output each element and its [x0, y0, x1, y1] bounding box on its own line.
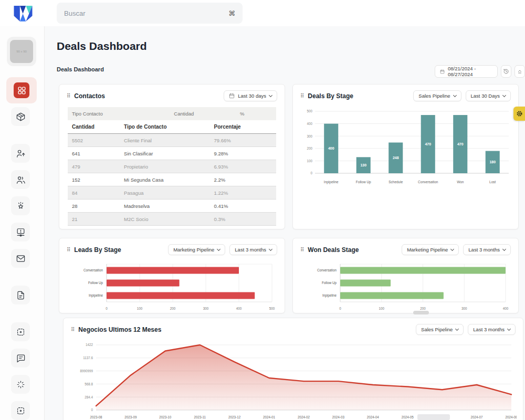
negocios-period-dropdown[interactable]: Last 3 months — [468, 324, 516, 335]
svg-text:470: 470 — [425, 142, 431, 146]
sidebar: 90 x 90 — [0, 26, 45, 420]
user-plus-icon — [16, 149, 26, 159]
won-pipeline-dropdown[interactable]: Marketing Pipeline — [402, 244, 459, 255]
svg-text:2024-02: 2024-02 — [298, 415, 310, 419]
sidebar-item-document[interactable] — [11, 286, 30, 304]
table-row: 641Sin Clasificar9.28% — [68, 147, 276, 160]
panel-title: Negocios Ultimos 12 Meses — [78, 326, 161, 333]
svg-text:Follow Up: Follow Up — [356, 180, 371, 184]
deals-by-stage-chart[interactable]: 0100200300400500400Inpipeline130Follow U… — [300, 106, 512, 189]
table-row: 479Propietario6.93% — [68, 160, 276, 173]
sidebar-item-chat-message[interactable] — [11, 349, 30, 368]
svg-text:200: 200 — [420, 307, 426, 310]
drag-handle-icon[interactable]: ⠿ — [71, 327, 75, 332]
history-button[interactable] — [501, 65, 511, 78]
table-row: 21M2C Socio0.3% — [68, 213, 276, 226]
svg-text:248: 248 — [393, 156, 399, 160]
svg-text:400: 400 — [236, 307, 242, 310]
collapse-button[interactable] — [514, 65, 525, 78]
svg-text:2023-09: 2023-09 — [124, 415, 137, 419]
history-icon — [503, 68, 509, 75]
won-deals-stage-chart[interactable]: 0100200300400ConversationFollow UpInpipe… — [300, 260, 512, 313]
chevron-down-icon — [450, 247, 454, 251]
chevron-down-icon — [453, 93, 457, 97]
bar-conversation — [107, 267, 239, 274]
drag-handle-icon[interactable]: ⠿ — [300, 93, 304, 99]
chevron-down-icon — [217, 247, 220, 251]
dropdown-label: Last 30 Days — [471, 93, 500, 99]
svg-text:0: 0 — [91, 408, 93, 412]
table-row: 84Pasagua1.22% — [68, 186, 276, 200]
sidebar-item-star-badge[interactable] — [11, 196, 30, 215]
dropdown-label: Last 3 months — [235, 247, 266, 253]
dropdown-label: Sales Pipeline — [421, 327, 453, 332]
table-header: CantidadTipo de ContactoPorcentaje — [68, 120, 276, 134]
svg-text:Follow Up: Follow Up — [88, 281, 103, 285]
svg-text:400: 400 — [503, 307, 509, 310]
svg-text:100: 100 — [379, 307, 384, 310]
svg-text:2023-08: 2023-08 — [90, 415, 102, 419]
svg-text:0: 0 — [106, 307, 108, 310]
svg-text:1137.6: 1137.6 — [83, 356, 93, 360]
scrollbar-thumb[interactable] — [413, 311, 429, 314]
svg-text:2023-10: 2023-10 — [159, 415, 172, 419]
leads-pipeline-dropdown[interactable]: Marketing Pipeline — [168, 244, 225, 255]
contactos-period-dropdown[interactable]: Last 30 days — [224, 90, 277, 101]
sidebar-item-user-plus[interactable] — [11, 144, 30, 163]
sidebar-avatar[interactable]: 90 x 90 — [7, 37, 36, 66]
sidebar-item-dashboard-active[interactable] — [6, 77, 37, 103]
deals-period-dropdown[interactable]: Last 30 Days — [466, 90, 511, 101]
sidebar-item-scan-focus[interactable] — [11, 401, 30, 420]
svg-text:100: 100 — [307, 159, 312, 163]
dropdown-label: Last 3 months — [473, 327, 505, 332]
svg-text:300: 300 — [307, 134, 312, 138]
sidebar-item-sparkles[interactable] — [11, 375, 30, 394]
sidebar-item-monitor-share[interactable] — [11, 223, 30, 242]
calendar-icon — [440, 69, 445, 75]
brand-logo[interactable] — [8, 2, 38, 24]
dropdown-label: Last 30 days — [238, 93, 266, 99]
svg-text:1422: 1422 — [86, 343, 93, 346]
svg-text:568.8: 568.8 — [85, 382, 93, 386]
leads-period-dropdown[interactable]: Last 3 months — [229, 244, 277, 255]
svg-text:400: 400 — [307, 122, 312, 125]
panel-contactos: ⠿ Contactos Last 30 days Tipo ContactoCa… — [59, 84, 285, 229]
bar-inpipeline — [340, 292, 444, 299]
svg-text:0: 0 — [310, 171, 312, 175]
drag-handle-icon[interactable]: ⠿ — [300, 247, 304, 253]
sidebar-item-package-box[interactable] — [11, 107, 30, 126]
sidebar-item-users[interactable] — [11, 170, 30, 189]
svg-text:2024-08: 2024-08 — [505, 415, 517, 419]
chevron-down-icon — [269, 93, 272, 97]
sparkles-icon — [16, 380, 26, 390]
chevron-down-icon — [507, 327, 511, 331]
gear-icon — [516, 110, 523, 117]
sidebar-item-scan-focus[interactable] — [11, 322, 30, 341]
command-key-icon: ⌘ — [228, 9, 235, 17]
search-input[interactable] — [64, 9, 228, 17]
negocios-pipeline-dropdown[interactable]: Sales Pipeline — [416, 324, 464, 335]
dropdown-label: Marketing Pipeline — [407, 247, 448, 253]
won-period-dropdown[interactable]: Last 3 months — [463, 244, 511, 255]
leads-by-stage-chart[interactable]: 0100200300400500ConversationFollow UpInp… — [67, 260, 278, 313]
negocios-line-chart[interactable]: 0284.4568.889909991137.614222023-082023-… — [71, 340, 517, 420]
bottom-peek-element — [417, 414, 450, 420]
app-window: ⌘ 90 x 90 Deals Dashboard Deals Dashboar… — [0, 0, 525, 420]
panel-title: Leads By Stage — [74, 246, 121, 254]
svg-text:470: 470 — [457, 142, 464, 146]
chevrons-up-icon — [517, 68, 523, 75]
calendar-icon — [229, 93, 235, 99]
search-box: ⌘ — [57, 3, 243, 24]
drag-handle-icon[interactable]: ⠿ — [67, 247, 70, 253]
dropdown-label: Last 3 months — [468, 247, 500, 253]
scan-focus-icon — [16, 327, 26, 337]
sidebar-item-mail[interactable] — [11, 249, 30, 268]
drag-handle-icon[interactable]: ⠿ — [67, 93, 70, 99]
date-range-button[interactable]: 08/21/2024 - 08/27/2024 — [435, 65, 498, 78]
deals-pipeline-dropdown[interactable]: Sales Pipeline — [413, 90, 461, 101]
svg-text:0: 0 — [339, 307, 341, 310]
settings-edge-button[interactable] — [513, 107, 525, 121]
svg-text:200: 200 — [170, 307, 176, 310]
svg-text:500: 500 — [307, 109, 312, 113]
monitor-share-icon — [16, 227, 26, 237]
